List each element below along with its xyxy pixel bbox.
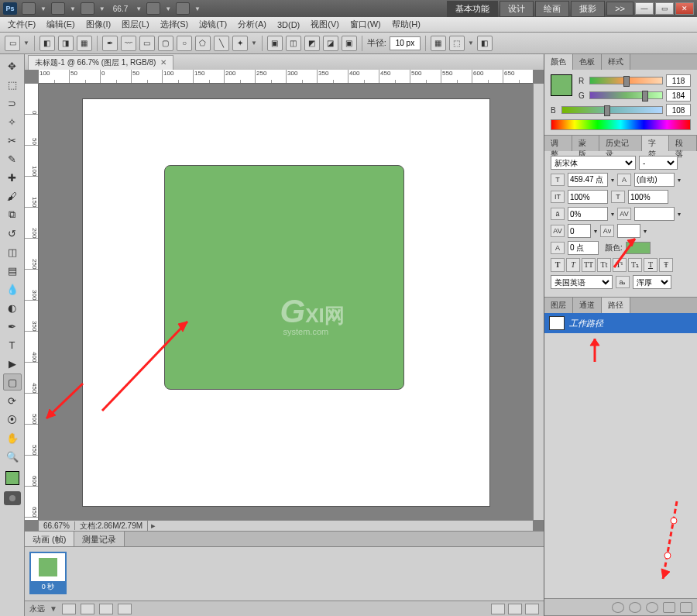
menu-window[interactable]: 窗口(W) xyxy=(345,17,386,32)
menu-filter[interactable]: 滤镜(T) xyxy=(194,17,232,32)
gradient-tool[interactable]: ▤ xyxy=(3,262,22,279)
workspace-basic[interactable]: 基本功能 xyxy=(447,1,498,17)
tab-paragraph[interactable]: 段落 xyxy=(669,136,697,151)
ellipse-icon[interactable]: ○ xyxy=(177,36,192,51)
frame-thumb-1[interactable]: 0 秒 xyxy=(29,552,67,594)
tween-icon[interactable] xyxy=(491,604,505,614)
slider-b[interactable] xyxy=(561,106,663,114)
arrange-icon[interactable] xyxy=(176,2,190,15)
mode-shape-icon[interactable]: ◧ xyxy=(39,36,55,51)
tab-color[interactable]: 颜色 xyxy=(544,54,573,70)
kerning-input[interactable] xyxy=(634,207,675,221)
menu-analysis[interactable]: 分析(A) xyxy=(233,17,271,32)
screen-mode-icon[interactable] xyxy=(81,2,94,15)
hand-tool[interactable]: ✋ xyxy=(3,429,22,446)
crop-tool[interactable]: ✂ xyxy=(3,132,22,149)
menu-select[interactable]: 选择(S) xyxy=(156,17,194,32)
lasso-tool[interactable]: ⊃ xyxy=(3,95,22,112)
next-frame-icon[interactable] xyxy=(118,604,132,614)
menu-edit[interactable]: 编辑(E) xyxy=(42,17,80,32)
rounded-rect-icon[interactable]: ▢ xyxy=(158,36,173,51)
freeform-icon[interactable]: 〰 xyxy=(121,36,136,51)
slider-g[interactable] xyxy=(589,91,663,99)
heal-tool[interactable]: ✚ xyxy=(3,169,22,186)
hue-strip[interactable] xyxy=(551,119,691,130)
dup-frame-icon[interactable] xyxy=(508,604,522,614)
zoom-tool[interactable]: 🔍 xyxy=(3,448,22,465)
tab-mask[interactable]: 蒙版 xyxy=(572,136,600,151)
tab-adjust[interactable]: 调整 xyxy=(544,136,572,151)
workspace-design[interactable]: 设计 xyxy=(500,1,534,17)
combine-inter-icon[interactable]: ◪ xyxy=(323,36,338,51)
status-docsize[interactable]: 文档:2.86M/2.79M xyxy=(75,521,148,532)
pen-tool[interactable]: ✒ xyxy=(3,318,22,335)
style-icon[interactable]: ⬚ xyxy=(449,36,465,51)
menu-3d[interactable]: 3D(D) xyxy=(273,19,304,31)
combine-sub-icon[interactable]: ◩ xyxy=(304,36,320,51)
brush-tool[interactable]: 🖌 xyxy=(3,188,22,205)
tab-measurement[interactable]: 测量记录 xyxy=(74,532,125,546)
scrollbar-vertical[interactable] xyxy=(533,84,544,520)
tab-swatch[interactable]: 色板 xyxy=(573,54,602,70)
rounded-rect-shape[interactable] xyxy=(164,165,404,390)
shape-tool[interactable]: ▢ xyxy=(3,373,22,391)
mode-fill-icon[interactable]: ▦ xyxy=(77,36,92,51)
fill-path-icon[interactable] xyxy=(612,602,624,613)
bridge-icon[interactable] xyxy=(22,2,36,15)
tool-preset-icon[interactable]: ▭ xyxy=(5,36,20,51)
font-select[interactable]: 新宋体 xyxy=(551,156,636,170)
bold-btn[interactable]: T xyxy=(551,258,565,272)
fontsize-input[interactable] xyxy=(568,173,608,187)
tab-character[interactable]: 字符 xyxy=(642,136,670,151)
blur-tool[interactable]: 💧 xyxy=(3,280,22,298)
input-r[interactable] xyxy=(666,74,691,87)
vkern-input[interactable] xyxy=(568,224,591,238)
loop-label[interactable]: 永远 xyxy=(29,604,45,614)
leading-input[interactable] xyxy=(634,173,675,187)
path-item-work[interactable]: 工作路径 xyxy=(544,313,697,333)
close-icon[interactable]: ✕ xyxy=(160,58,167,67)
smallcaps-btn[interactable]: Tt xyxy=(597,258,611,272)
type-tool[interactable]: T xyxy=(3,336,22,353)
ruler-horizontal[interactable]: 1005005010015020025030035040045050055060… xyxy=(39,70,533,84)
lang-select[interactable]: 美国英语 xyxy=(551,275,613,289)
history-brush-tool[interactable]: ↺ xyxy=(3,225,22,242)
window-maximize[interactable]: ▭ xyxy=(655,2,674,15)
document-tab[interactable]: 未标题-1 @ 66.7% (图层 1, RGB/8) ✕ xyxy=(28,55,173,70)
custom-shape-icon[interactable]: ✦ xyxy=(232,36,248,51)
menu-layer[interactable]: 图层(L) xyxy=(117,17,153,32)
radius-input[interactable] xyxy=(390,36,421,50)
color-swatch[interactable] xyxy=(551,74,572,96)
tab-animation[interactable]: 动画 (帧) xyxy=(25,532,74,546)
menu-view[interactable]: 视图(V) xyxy=(306,17,344,32)
combine-new-icon[interactable]: ▣ xyxy=(267,36,283,51)
menu-image[interactable]: 图像(I) xyxy=(81,17,115,32)
chevron-right-icon[interactable]: ▸ xyxy=(148,521,159,531)
first-frame-icon[interactable] xyxy=(62,604,76,614)
italic-btn[interactable]: T xyxy=(566,258,580,272)
quick-mask-icon[interactable] xyxy=(4,491,21,505)
foreground-swatch[interactable] xyxy=(5,471,19,485)
move-tool[interactable]: ✥ xyxy=(3,57,22,74)
dodge-tool[interactable]: ◐ xyxy=(3,299,22,316)
trash-icon[interactable] xyxy=(525,604,539,614)
eraser-tool[interactable]: ◫ xyxy=(3,243,22,260)
tracking-input[interactable] xyxy=(568,207,608,221)
line-icon[interactable]: ╲ xyxy=(214,36,229,51)
input-g[interactable] xyxy=(666,89,691,102)
tab-style[interactable]: 样式 xyxy=(602,54,630,70)
menu-help[interactable]: 帮助(H) xyxy=(387,17,425,32)
selection-path-icon[interactable] xyxy=(646,602,658,613)
hand-icon[interactable] xyxy=(146,2,160,15)
marquee-tool[interactable]: ⬚ xyxy=(3,76,22,93)
combine-add-icon[interactable]: ◫ xyxy=(286,36,301,51)
stroke-path-icon[interactable] xyxy=(629,602,641,613)
tab-channels[interactable]: 通道 xyxy=(573,298,602,313)
align-icon[interactable]: ▦ xyxy=(431,36,446,51)
workspace-photo[interactable]: 摄影 xyxy=(571,1,605,17)
polygon-icon[interactable]: ⬠ xyxy=(195,36,211,51)
window-close[interactable]: ✕ xyxy=(675,2,694,15)
tab-history[interactable]: 历史记录 xyxy=(599,136,641,151)
vscale-input[interactable] xyxy=(568,190,608,204)
new-path-icon[interactable] xyxy=(663,602,675,613)
